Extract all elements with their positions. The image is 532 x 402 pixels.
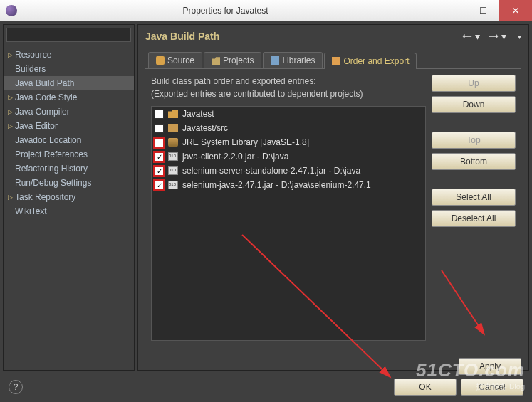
page-title: Java Build Path	[145, 31, 458, 42]
tab-order-export[interactable]: Order and Export	[324, 53, 417, 69]
filter-input[interactable]	[6, 28, 131, 42]
entry-row[interactable]: ✓selenium-java-2.47.1.jar - D:\java\sele…	[152, 178, 425, 192]
sidebar-item-task-repository[interactable]: ▷Task Repository	[4, 190, 134, 204]
sidebar-item-resource[interactable]: ▷Resource	[4, 48, 134, 62]
entry-row[interactable]: Javatest/src	[152, 121, 425, 135]
cancel-button[interactable]: Cancel	[461, 379, 523, 396]
sidebar-item-builders[interactable]: ▷Builders	[4, 62, 134, 76]
window-title: Properties for Javatest	[17, 6, 434, 16]
projects-icon	[212, 56, 220, 65]
tab-projects[interactable]: Projects	[204, 52, 261, 68]
export-checkbox[interactable]: ✓	[155, 152, 164, 162]
main-panel: Java Build Path 🠔 ▾ 🠖 ▾ ▾ Source Project…	[137, 24, 529, 371]
export-checkbox[interactable]	[155, 124, 164, 133]
export-checkbox[interactable]: ✓	[155, 181, 164, 190]
jre-icon	[168, 138, 178, 147]
sidebar-item-run-debug-settings[interactable]: ▷Run/Debug Settings	[4, 176, 134, 190]
entry-row[interactable]: Javatest	[152, 107, 425, 121]
jar-icon	[168, 152, 178, 161]
libraries-icon	[271, 56, 279, 65]
sidebar-item-refactoring-history[interactable]: ▷Refactoring History	[4, 162, 134, 176]
back-button[interactable]: 🠔 ▾	[458, 31, 484, 42]
close-button[interactable]: ✕	[499, 0, 532, 21]
sidebar-item-wikitext[interactable]: ▷WikiText	[4, 204, 134, 218]
top-button[interactable]: Top	[432, 132, 516, 149]
entry-label: Javatest	[182, 109, 214, 119]
source-icon	[156, 56, 165, 65]
select-all-button[interactable]: Select All	[432, 189, 516, 206]
eclipse-icon	[6, 5, 17, 16]
tabs: Source Projects Libraries Order and Expo…	[145, 52, 521, 69]
entry-label: java-client-2.2.0.jar - D:\java	[182, 152, 288, 162]
category-tree: ▷Resource▷Builders▷Java Build Path▷Java …	[4, 45, 134, 370]
tab-source[interactable]: Source	[148, 52, 202, 68]
description: Build class path order and exported entr…	[151, 75, 426, 100]
sidebar-item-javadoc-location[interactable]: ▷Javadoc Location	[4, 133, 134, 147]
apply-button[interactable]: Apply	[459, 358, 521, 375]
minimize-button[interactable]: —	[434, 0, 466, 21]
maximize-button[interactable]: ☐	[466, 0, 499, 21]
entry-row[interactable]: ✓selenium-server-standalone-2.47.1.jar -…	[152, 164, 425, 178]
sidebar-item-java-compiler[interactable]: ▷Java Compiler	[4, 105, 134, 119]
deselect-all-button[interactable]: Deselect All	[432, 210, 516, 227]
pkg-icon	[168, 124, 178, 132]
help-button[interactable]: ?	[9, 380, 23, 394]
jar-icon	[168, 181, 178, 189]
entry-row[interactable]: ✓java-client-2.2.0.jar - D:\java	[152, 149, 425, 164]
tab-libraries[interactable]: Libraries	[263, 52, 323, 68]
export-checkbox[interactable]	[155, 138, 164, 147]
ok-button[interactable]: OK	[394, 379, 457, 396]
sidebar: ▷Resource▷Builders▷Java Build Path▷Java …	[3, 24, 135, 371]
export-checkbox[interactable]: ✓	[155, 166, 164, 176]
entries-list[interactable]: JavatestJavatest/srcJRE System Library […	[151, 106, 426, 341]
bottom-button[interactable]: Bottom	[432, 153, 516, 170]
jar-icon	[168, 166, 178, 175]
entry-label: selenium-server-standalone-2.47.1.jar - …	[182, 166, 360, 176]
down-button[interactable]: Down	[432, 96, 516, 113]
sidebar-item-java-build-path[interactable]: ▷Java Build Path	[4, 76, 134, 90]
order-export-icon	[332, 57, 340, 65]
view-menu-icon[interactable]: ▾	[511, 33, 521, 41]
forward-button[interactable]: 🠖 ▾	[484, 31, 511, 42]
entry-label: selenium-java-2.47.1.jar - D:\java\selen…	[182, 180, 371, 190]
entry-label: JRE System Library [JavaSE-1.8]	[182, 137, 309, 147]
title-bar: Properties for Javatest — ☐ ✕	[0, 0, 532, 21]
entry-row[interactable]: JRE System Library [JavaSE-1.8]	[152, 135, 425, 149]
export-checkbox[interactable]	[155, 110, 164, 119]
up-button[interactable]: Up	[432, 75, 516, 92]
folder-icon	[168, 110, 178, 118]
sidebar-item-project-references[interactable]: ▷Project References	[4, 147, 134, 162]
entry-label: Javatest/src	[182, 123, 228, 133]
sidebar-item-java-editor[interactable]: ▷Java Editor	[4, 119, 134, 133]
sidebar-item-java-code-style[interactable]: ▷Java Code Style	[4, 90, 134, 105]
